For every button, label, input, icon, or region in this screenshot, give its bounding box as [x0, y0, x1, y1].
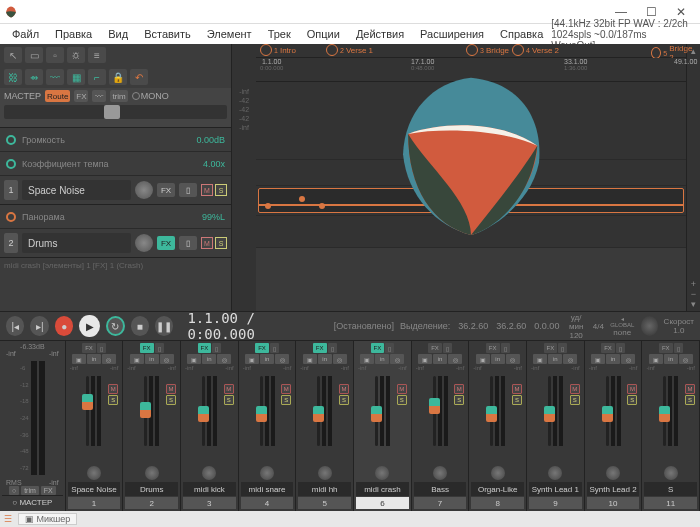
- ch-pan-knob[interactable]: [433, 466, 447, 480]
- ch-in[interactable]: ▣: [130, 354, 144, 364]
- menu-вставить[interactable]: Вставить: [136, 26, 199, 42]
- ch-route[interactable]: ◎: [102, 354, 116, 364]
- ch-solo[interactable]: S: [281, 395, 291, 405]
- ch-fx-bypass[interactable]: ▯: [155, 343, 164, 353]
- pan-knob[interactable]: [135, 181, 153, 199]
- ch-mute[interactable]: M: [454, 384, 464, 394]
- tcp-track[interactable]: 1Space NoiseFX▯MS: [0, 176, 231, 205]
- ch-in[interactable]: ▣: [649, 354, 663, 364]
- tool-save-icon[interactable]: ▫: [46, 47, 64, 63]
- tcp-track[interactable]: 2DrumsFX▯MS: [0, 229, 231, 258]
- solo-button[interactable]: S: [215, 184, 227, 196]
- pan-knob[interactable]: [135, 234, 153, 252]
- ch-fx-bypass[interactable]: ▯: [212, 343, 221, 353]
- ch-in-label[interactable]: in: [260, 354, 274, 364]
- tracks-area[interactable]: [256, 82, 686, 248]
- rate-knob[interactable]: [641, 316, 658, 336]
- mixer-channel[interactable]: FX▯ ▣in◎ -inf-inf MS Organ-Like 8: [469, 341, 527, 511]
- ch-pan-knob[interactable]: [375, 466, 389, 480]
- ch-name[interactable]: S: [644, 482, 697, 496]
- param-tempo[interactable]: Коэффициент темпа4.00x: [0, 152, 231, 176]
- mixer-channel[interactable]: FX▯ ▣in◎ -inf-inf MS Bass 7: [412, 341, 470, 511]
- status-icon[interactable]: ☰: [4, 514, 12, 524]
- ch-name[interactable]: Organ-Like: [471, 482, 524, 496]
- ch-in-label[interactable]: in: [433, 354, 447, 364]
- ch-fader[interactable]: [490, 376, 493, 446]
- ch-fx-button[interactable]: FX: [82, 343, 96, 353]
- ch-fx-bypass[interactable]: ▯: [674, 343, 683, 353]
- ch-route[interactable]: ◎: [160, 354, 174, 364]
- solo-button[interactable]: S: [215, 237, 227, 249]
- menu-опции[interactable]: Опции: [299, 26, 348, 42]
- ch-fader[interactable]: [86, 376, 89, 446]
- menu-справка[interactable]: Справка: [492, 26, 551, 42]
- master-fx-button[interactable]: FX: [41, 486, 56, 495]
- ch-fx-button[interactable]: FX: [544, 343, 558, 353]
- ch-fader[interactable]: [548, 376, 551, 446]
- ch-number[interactable]: 1: [68, 497, 121, 509]
- marker-lane[interactable]: 1 Intro2 Verse 13 Bridge4 Verse 25 Bridg…: [256, 44, 686, 58]
- ch-fader[interactable]: [375, 376, 378, 446]
- timesig-display[interactable]: 4/4: [593, 322, 604, 331]
- mono-indicator[interactable]: MONO: [132, 91, 169, 101]
- master-mono-button[interactable]: ○: [9, 486, 19, 495]
- undo-icon[interactable]: ↶: [130, 69, 148, 85]
- ch-route[interactable]: ◎: [390, 354, 404, 364]
- ch-name[interactable]: Drums: [125, 482, 178, 496]
- stop-button[interactable]: ■: [131, 316, 149, 336]
- play-button[interactable]: ▶: [79, 315, 99, 337]
- ch-number[interactable]: 9: [529, 497, 582, 509]
- ch-in-label[interactable]: in: [87, 354, 101, 364]
- tool-open-icon[interactable]: ▭: [25, 47, 43, 63]
- ch-pan-knob[interactable]: [664, 466, 678, 480]
- mixer-channel[interactable]: FX▯ ▣in◎ -inf-inf MS midi crash 6: [354, 341, 412, 511]
- loop-button[interactable]: ↻: [106, 316, 125, 336]
- ch-in[interactable]: ▣: [591, 354, 605, 364]
- menu-действия[interactable]: Действия: [348, 26, 412, 42]
- ch-solo[interactable]: S: [339, 395, 349, 405]
- pause-button[interactable]: ❚❚: [155, 316, 173, 336]
- ch-fx-button[interactable]: FX: [371, 343, 385, 353]
- ch-name[interactable]: midi crash: [356, 482, 409, 496]
- ch-solo[interactable]: S: [512, 395, 522, 405]
- env-button[interactable]: 〰: [92, 90, 106, 102]
- master-fx-button[interactable]: FX: [74, 90, 88, 102]
- ch-in-label[interactable]: in: [548, 354, 562, 364]
- ch-fx-bypass[interactable]: ▯: [443, 343, 452, 353]
- envelope-icon[interactable]: 〰: [46, 69, 64, 85]
- master-trim-button[interactable]: trim: [21, 486, 39, 495]
- ch-mute[interactable]: M: [397, 384, 407, 394]
- ch-mute[interactable]: M: [512, 384, 522, 394]
- route-button[interactable]: Route: [45, 90, 70, 102]
- mixer-channel[interactable]: FX▯ ▣in◎ -inf-inf MS Space Noise 1: [66, 341, 124, 511]
- vertical-scrollbar[interactable]: ▴ + − ▾: [686, 44, 700, 311]
- ch-fader[interactable]: [260, 376, 263, 446]
- ch-solo[interactable]: S: [224, 395, 234, 405]
- mixer-channel[interactable]: FX▯ ▣in◎ -inf-inf MS midi hh 5: [296, 341, 354, 511]
- ch-number[interactable]: 5: [298, 497, 351, 509]
- ch-number[interactable]: 4: [241, 497, 294, 509]
- mixer-channel[interactable]: FX▯ ▣in◎ -inf-inf MS midi kick 3: [181, 341, 239, 511]
- bpm-display[interactable]: уд/мин120: [565, 313, 586, 340]
- ch-pan-knob[interactable]: [491, 466, 505, 480]
- ch-fx-button[interactable]: FX: [486, 343, 500, 353]
- mute-button[interactable]: M: [201, 184, 213, 196]
- ch-fx-bypass[interactable]: ▯: [328, 343, 337, 353]
- param-volume[interactable]: Громкость0.00dB: [0, 128, 231, 152]
- ch-name[interactable]: Bass: [414, 482, 467, 496]
- ch-number[interactable]: 10: [587, 497, 640, 509]
- ch-name[interactable]: Synth Lead 1: [529, 482, 582, 496]
- ch-fx-button[interactable]: FX: [198, 343, 212, 353]
- ch-route[interactable]: ◎: [506, 354, 520, 364]
- ch-in[interactable]: ▣: [187, 354, 201, 364]
- ch-mute[interactable]: M: [166, 384, 176, 394]
- zoom-out-icon[interactable]: −: [689, 289, 699, 299]
- ch-pan-knob[interactable]: [318, 466, 332, 480]
- ch-in-label[interactable]: in: [606, 354, 620, 364]
- ch-pan-knob[interactable]: [260, 466, 274, 480]
- status-tab-mixer[interactable]: ▣ Микшер: [18, 513, 77, 525]
- ch-number[interactable]: 2: [125, 497, 178, 509]
- ch-number[interactable]: 7: [414, 497, 467, 509]
- ch-in[interactable]: ▣: [533, 354, 547, 364]
- ch-fx-button[interactable]: FX: [255, 343, 269, 353]
